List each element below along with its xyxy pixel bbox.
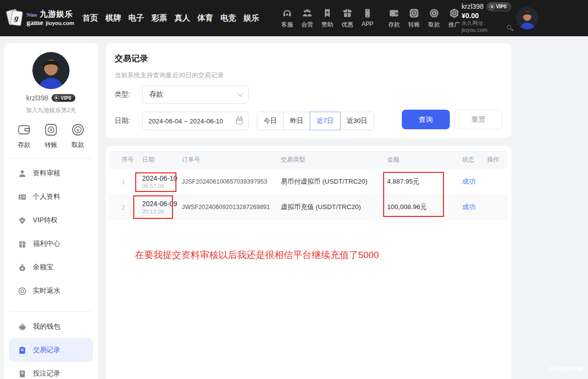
transaction-note-icon [18,346,26,355]
nav-item-home[interactable]: 首页 [82,13,98,24]
reset-button[interactable]: 重置 [454,110,502,129]
withdraw-button[interactable]: ¥ 取款 [427,7,441,29]
search-icon[interactable] [507,25,511,29]
welfare-gift-icon [18,239,26,248]
header-avatar[interactable] [516,7,539,29]
sidebar-vip-badge: VIP0 [51,94,76,102]
chevron-down-icon [238,91,243,96]
sidebar-item-transaction-records[interactable]: 交易记录 [9,338,93,362]
row-order-no: JJSF202406100657039397953 [182,178,281,185]
logo-game-text: game [26,19,43,26]
withdraw-coin-icon: ¥ [428,7,440,19]
col-status: 状态 [462,156,487,164]
sidebar-quick-actions: 存款 ¥ 转账 ¥ 取款 [4,122,98,149]
svg-text:¥: ¥ [453,11,456,16]
headset-icon [281,7,293,19]
sidebar-item-yuebao[interactable]: 余额宝 [9,256,93,279]
date-range-input[interactable]: 2024-06-04 ~ 2024-06-10 [142,112,249,130]
promote-button[interactable]: ¥ 推广 [447,7,462,29]
logo-nine-text: Nine [26,12,37,18]
nav-item-lottery[interactable]: 彩票 [151,13,167,24]
id-card-icon [18,192,26,201]
sidebar-menu-account: 资料审核 个人资料 VIP特权 福利中心 余额宝 实时返水 [4,162,98,303]
nav-item-entertainment[interactable]: 娱乐 [244,13,259,24]
divider [10,158,92,159]
sidebar-item-personal-info[interactable]: 个人资料 [9,185,93,209]
profile-avatar[interactable] [32,52,70,89]
join-days-text: 加入九游娱乐第2天 [4,106,98,115]
audit-user-icon [18,169,26,178]
main-nav: 首页 棋牌 电子 彩票 真人 体育 电竞 娱乐 [82,13,259,24]
row-date: 2024-06-10 06:57:03 [142,174,182,189]
sidebar-item-bet-records[interactable]: 投注记录 [9,362,93,379]
date-label: 日期: [115,117,133,125]
nav-item-chess[interactable]: 棋牌 [105,13,121,24]
app-download-button[interactable]: APP [360,7,375,29]
row-order-no: JWSF202406092013287269891 [182,204,281,211]
query-button[interactable]: 查询 [402,110,450,129]
sponsor-button[interactable]: 赞助 [320,7,335,29]
transfer-icon: ¥ [44,122,58,137]
sidebar-username: krzl398 [26,94,49,102]
range-7days-button[interactable]: 近7日 [310,112,341,130]
header-user-info[interactable]: krzl398 VIP0 ¥0.00 永久网址: jiuyou.com [462,2,511,34]
partners-button[interactable]: 合营 [300,7,315,29]
sidebar-item-profile-audit[interactable]: 资料审核 [9,162,93,185]
top-header: g Nine 九游娱乐 game jiuyou.com 首页 棋牌 电子 彩票 … [0,0,588,36]
row-no: 1 [122,178,142,186]
col-action: 操作 [487,156,508,164]
permanent-url-text: 永久网址: jiuyou.com [462,20,505,34]
deposit-button[interactable]: 存款 [387,7,401,29]
type-select-value: 存款 [149,90,163,99]
header-wallet-icons: 存款 ¥ 转账 ¥ 取款 ¥ 推广 [387,7,462,29]
date-range-value: 2024-06-04 ~ 2024-06-10 [148,118,223,125]
withdraw-icon: ¥ [71,122,85,137]
promotions-button[interactable]: 优惠 [340,7,355,29]
nav-item-esports[interactable]: 电竞 [220,13,236,24]
sidebar-item-vip-privileges[interactable]: VIP特权 [9,209,93,232]
sidebar-item-realtime-rebate[interactable]: 实时返水 [9,279,93,303]
nav-item-slots[interactable]: 电子 [128,13,144,24]
range-30days-button[interactable]: 近30日 [340,112,374,130]
red-annotation-text: 在要我提交资料审核以后我还是很相信平台继续充值了5000 [135,249,379,261]
row-type: 虚拟币充值 (USDT/TRC20) [281,203,387,212]
quick-range-group: 今日 昨日 近7日 近30日 [257,112,374,130]
table-header-row: 序号 日期 订单号 交易类型 金额 状态 操作 [110,151,508,169]
col-no: 序号 [122,156,142,164]
col-amount: 金额 [387,156,462,164]
money-bag-icon [18,263,26,272]
watermark: shequ.me [549,364,583,372]
type-select[interactable]: 存款 [142,85,249,104]
quick-deposit-button[interactable]: 存款 [17,122,31,149]
svg-text:¥: ¥ [76,128,79,133]
type-label: 类型: [115,90,133,99]
range-today-button[interactable]: 今日 [257,112,284,130]
customer-service-button[interactable]: 客服 [280,7,294,29]
sidebar-item-welfare-center[interactable]: 福利中心 [9,232,93,256]
rebate-target-icon [18,286,26,295]
nav-item-live[interactable]: 真人 [174,13,190,24]
calendar-icon [236,118,243,124]
row-amount: 100,008.96元 [387,203,462,212]
sponsor-bookmark-icon [321,7,333,19]
row-type: 易币付虚拟币 (USDT/TRC20) [281,177,387,186]
page-title: 交易记录 [115,53,503,64]
range-yesterday-button[interactable]: 昨日 [283,112,310,130]
transfer-button[interactable]: ¥ 转账 [407,7,421,29]
table-row: 1 2024-06-10 06:57:03 JJSF20240610065703… [110,169,508,194]
promo-coin-icon: ¥ [448,7,460,19]
quick-withdraw-button[interactable]: ¥ 取款 [71,122,85,149]
deposit-wallet-icon [17,122,31,137]
username: krzl398 [462,2,484,11]
partners-icon [301,7,313,19]
vip-diamond-icon [18,216,26,225]
nav-item-sports[interactable]: 体育 [197,13,213,24]
site-logo[interactable]: g Nine 九游娱乐 game jiuyou.com [7,9,75,27]
vip-diamond-icon [54,95,59,101]
header-service-icons: 客服 合营 赞助 优惠 APP [280,7,375,29]
records-table-card: 序号 日期 订单号 交易类型 金额 状态 操作 1 2024-06-10 06:… [106,146,512,379]
sidebar-item-my-wallet[interactable]: 我的钱包 [9,315,93,338]
quick-transfer-button[interactable]: ¥ 转账 [44,122,58,149]
filter-card: 交易记录 当前系统支持查询最近30日的交易记录 类型: 存款 日期: 2024-… [106,43,512,138]
piggy-bank-icon [18,322,26,331]
